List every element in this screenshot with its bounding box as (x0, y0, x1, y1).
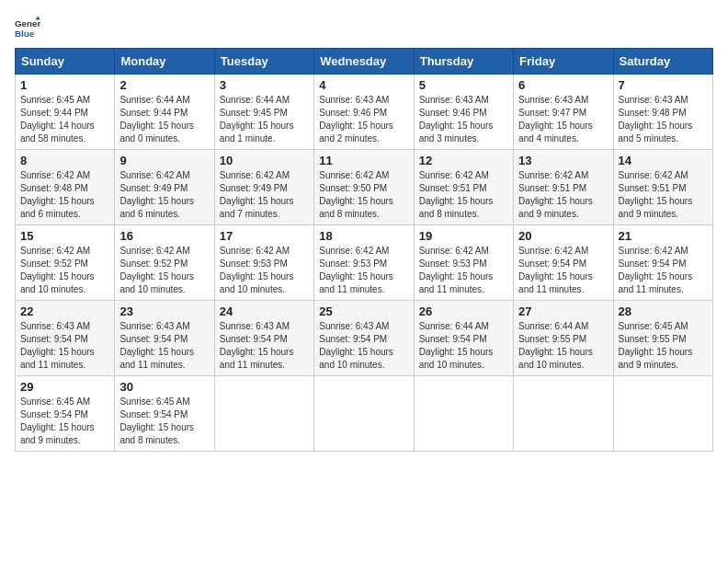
day-detail: Sunrise: 6:43 AMSunset: 9:54 PMDaylight:… (20, 320, 109, 372)
calendar-day-cell: 29Sunrise: 6:45 AMSunset: 9:54 PMDayligh… (16, 376, 115, 452)
day-detail: Sunrise: 6:42 AMSunset: 9:53 PMDaylight:… (419, 245, 508, 296)
calendar-day-cell: 3Sunrise: 6:44 AMSunset: 9:45 PMDaylight… (214, 75, 313, 150)
calendar-day-cell: 24Sunrise: 6:43 AMSunset: 9:54 PMDayligh… (214, 301, 313, 376)
day-number: 2 (119, 78, 209, 92)
day-detail: Sunrise: 6:42 AMSunset: 9:54 PMDaylight:… (518, 245, 608, 296)
calendar-day-cell (214, 376, 313, 452)
day-number: 9 (119, 154, 209, 167)
day-detail: Sunrise: 6:42 AMSunset: 9:52 PMDaylight:… (20, 245, 109, 296)
page-header: General Blue (15, 15, 713, 40)
calendar-day-cell (314, 376, 414, 452)
day-number: 22 (20, 304, 109, 318)
day-number: 28 (619, 304, 708, 318)
day-detail: Sunrise: 6:42 AMSunset: 9:51 PMDaylight:… (619, 169, 708, 221)
day-detail: Sunrise: 6:42 AMSunset: 9:53 PMDaylight:… (319, 245, 408, 296)
calendar-day-cell: 19Sunrise: 6:42 AMSunset: 9:53 PMDayligh… (414, 225, 513, 301)
day-of-week-header: Monday (115, 49, 214, 75)
calendar-day-cell (414, 376, 513, 452)
day-detail: Sunrise: 6:42 AMSunset: 9:49 PMDaylight:… (220, 169, 309, 221)
calendar-day-cell: 8Sunrise: 6:42 AMSunset: 9:48 PMDaylight… (16, 150, 115, 225)
calendar-day-cell: 14Sunrise: 6:42 AMSunset: 9:51 PMDayligh… (613, 150, 712, 225)
calendar-day-cell: 16Sunrise: 6:42 AMSunset: 9:52 PMDayligh… (115, 225, 214, 301)
day-number: 29 (20, 380, 109, 394)
day-number: 14 (619, 154, 708, 167)
calendar-week-row: 22Sunrise: 6:43 AMSunset: 9:54 PMDayligh… (16, 301, 713, 376)
day-number: 21 (619, 229, 708, 243)
day-number: 27 (518, 304, 608, 318)
day-number: 10 (220, 154, 309, 167)
day-number: 24 (220, 304, 309, 318)
day-of-week-header: Sunday (16, 49, 115, 75)
calendar-week-row: 8Sunrise: 6:42 AMSunset: 9:48 PMDaylight… (16, 150, 713, 225)
calendar-day-cell: 10Sunrise: 6:42 AMSunset: 9:49 PMDayligh… (214, 150, 313, 225)
day-detail: Sunrise: 6:42 AMSunset: 9:53 PMDaylight:… (220, 245, 309, 296)
calendar-day-cell: 7Sunrise: 6:43 AMSunset: 9:48 PMDaylight… (613, 75, 712, 150)
day-detail: Sunrise: 6:45 AMSunset: 9:54 PMDaylight:… (119, 396, 209, 447)
day-number: 11 (319, 154, 408, 167)
day-detail: Sunrise: 6:42 AMSunset: 9:50 PMDaylight:… (319, 169, 408, 221)
day-number: 5 (419, 78, 508, 92)
day-detail: Sunrise: 6:43 AMSunset: 9:54 PMDaylight:… (119, 320, 209, 372)
day-number: 6 (518, 78, 608, 92)
calendar-day-cell: 17Sunrise: 6:42 AMSunset: 9:53 PMDayligh… (214, 225, 313, 301)
calendar-week-row: 1Sunrise: 6:45 AMSunset: 9:44 PMDaylight… (16, 75, 713, 150)
calendar-day-cell: 2Sunrise: 6:44 AMSunset: 9:44 PMDaylight… (115, 75, 214, 150)
day-detail: Sunrise: 6:42 AMSunset: 9:51 PMDaylight:… (419, 169, 508, 221)
calendar-day-cell: 1Sunrise: 6:45 AMSunset: 9:44 PMDaylight… (16, 75, 115, 150)
day-of-week-header: Wednesday (314, 49, 414, 75)
day-number: 18 (319, 229, 408, 243)
day-detail: Sunrise: 6:43 AMSunset: 9:54 PMDaylight:… (220, 320, 309, 372)
calendar-day-cell: 23Sunrise: 6:43 AMSunset: 9:54 PMDayligh… (115, 301, 214, 376)
day-number: 1 (20, 78, 109, 92)
calendar-header-row: SundayMondayTuesdayWednesdayThursdayFrid… (16, 49, 713, 75)
day-number: 26 (419, 304, 508, 318)
day-number: 4 (319, 78, 408, 92)
day-number: 30 (119, 380, 209, 394)
day-number: 16 (119, 229, 209, 243)
calendar-day-cell: 20Sunrise: 6:42 AMSunset: 9:54 PMDayligh… (514, 225, 613, 301)
day-detail: Sunrise: 6:42 AMSunset: 9:48 PMDaylight:… (20, 169, 109, 221)
calendar-day-cell: 11Sunrise: 6:42 AMSunset: 9:50 PMDayligh… (314, 150, 414, 225)
day-number: 3 (220, 78, 309, 92)
calendar-day-cell: 13Sunrise: 6:42 AMSunset: 9:51 PMDayligh… (514, 150, 613, 225)
day-detail: Sunrise: 6:44 AMSunset: 9:45 PMDaylight:… (220, 94, 309, 145)
calendar-day-cell: 30Sunrise: 6:45 AMSunset: 9:54 PMDayligh… (115, 376, 214, 452)
day-of-week-header: Thursday (414, 49, 513, 75)
calendar-day-cell: 6Sunrise: 6:43 AMSunset: 9:47 PMDaylight… (514, 75, 613, 150)
calendar-day-cell: 28Sunrise: 6:45 AMSunset: 9:55 PMDayligh… (613, 301, 712, 376)
day-detail: Sunrise: 6:44 AMSunset: 9:55 PMDaylight:… (518, 320, 608, 372)
day-detail: Sunrise: 6:43 AMSunset: 9:48 PMDaylight:… (619, 94, 708, 145)
calendar-day-cell: 5Sunrise: 6:43 AMSunset: 9:46 PMDaylight… (414, 75, 513, 150)
day-number: 25 (319, 304, 408, 318)
day-of-week-header: Friday (514, 49, 613, 75)
calendar-day-cell: 22Sunrise: 6:43 AMSunset: 9:54 PMDayligh… (16, 301, 115, 376)
svg-text:Blue: Blue (15, 29, 35, 39)
day-detail: Sunrise: 6:44 AMSunset: 9:44 PMDaylight:… (119, 94, 209, 145)
calendar-table: SundayMondayTuesdayWednesdayThursdayFrid… (15, 48, 713, 452)
logo: General Blue (15, 15, 40, 40)
calendar-day-cell: 21Sunrise: 6:42 AMSunset: 9:54 PMDayligh… (613, 225, 712, 301)
day-detail: Sunrise: 6:43 AMSunset: 9:46 PMDaylight:… (319, 94, 408, 145)
calendar-day-cell: 26Sunrise: 6:44 AMSunset: 9:54 PMDayligh… (414, 301, 513, 376)
day-number: 8 (20, 154, 109, 167)
calendar-week-row: 29Sunrise: 6:45 AMSunset: 9:54 PMDayligh… (16, 376, 713, 452)
calendar-day-cell: 18Sunrise: 6:42 AMSunset: 9:53 PMDayligh… (314, 225, 414, 301)
day-of-week-header: Tuesday (214, 49, 313, 75)
calendar-day-cell: 25Sunrise: 6:43 AMSunset: 9:54 PMDayligh… (314, 301, 414, 376)
day-number: 23 (119, 304, 209, 318)
calendar-day-cell (613, 376, 712, 452)
day-of-week-header: Saturday (613, 49, 712, 75)
logo-icon: General Blue (15, 15, 40, 40)
day-number: 7 (619, 78, 708, 92)
calendar-day-cell (514, 376, 613, 452)
day-detail: Sunrise: 6:42 AMSunset: 9:54 PMDaylight:… (619, 245, 708, 296)
day-detail: Sunrise: 6:42 AMSunset: 9:49 PMDaylight:… (119, 169, 209, 221)
calendar-day-cell: 12Sunrise: 6:42 AMSunset: 9:51 PMDayligh… (414, 150, 513, 225)
day-detail: Sunrise: 6:42 AMSunset: 9:51 PMDaylight:… (518, 169, 608, 221)
day-number: 15 (20, 229, 109, 243)
day-detail: Sunrise: 6:44 AMSunset: 9:54 PMDaylight:… (419, 320, 508, 372)
calendar-day-cell: 4Sunrise: 6:43 AMSunset: 9:46 PMDaylight… (314, 75, 414, 150)
day-detail: Sunrise: 6:43 AMSunset: 9:47 PMDaylight:… (518, 94, 608, 145)
day-detail: Sunrise: 6:45 AMSunset: 9:54 PMDaylight:… (20, 396, 109, 447)
calendar-day-cell: 27Sunrise: 6:44 AMSunset: 9:55 PMDayligh… (514, 301, 613, 376)
